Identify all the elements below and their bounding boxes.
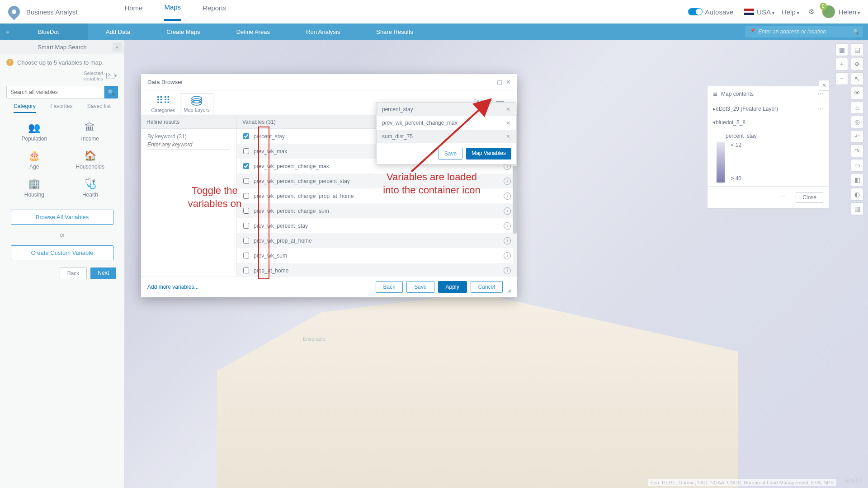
resize-handle-icon[interactable]: ◢ bbox=[507, 288, 511, 293]
map-contents-more-icon[interactable]: ⋯ bbox=[818, 91, 823, 97]
variable-checkbox[interactable] bbox=[243, 267, 249, 273]
category-item[interactable]: 🎂Age bbox=[6, 150, 62, 170]
redo-icon[interactable]: ↷ bbox=[851, 145, 863, 157]
ribbon-define-areas[interactable]: Define Areas bbox=[218, 28, 288, 35]
gear-icon[interactable]: ⚙ bbox=[808, 8, 814, 16]
map-contents-close-icon[interactable]: ✕ bbox=[819, 80, 830, 91]
map-contents-more-icon[interactable]: ⋯ bbox=[776, 187, 790, 206]
map-contents-close-button[interactable]: Close bbox=[796, 192, 823, 203]
variable-checkbox[interactable] bbox=[243, 163, 249, 169]
category-item[interactable]: 🏢Housing bbox=[6, 178, 62, 198]
popover-save-button[interactable]: Save bbox=[439, 148, 462, 160]
home-icon[interactable]: ⌂ bbox=[851, 101, 863, 114]
tool-c-icon[interactable]: ◐ bbox=[851, 188, 863, 201]
layer-row[interactable]: ▸ eDot3_29 (Feature Layer)⋯ bbox=[708, 102, 829, 116]
variable-row[interactable]: prev_wk_percent_stayi bbox=[237, 218, 517, 233]
ribbon-share-results[interactable]: Share Results bbox=[358, 28, 431, 35]
variable-checkbox[interactable] bbox=[243, 208, 249, 214]
remove-icon[interactable]: ✕ bbox=[506, 120, 510, 126]
autosave-toggle[interactable] bbox=[688, 8, 703, 15]
category-item[interactable]: 🩺Health bbox=[62, 178, 118, 198]
variable-row[interactable]: prev_wk_prop_at_homei bbox=[237, 233, 517, 248]
info-icon[interactable]: i bbox=[504, 207, 511, 215]
category-item[interactable]: 🏠Households bbox=[62, 150, 118, 170]
layer-row[interactable]: ▾ bluedot_5_8 bbox=[708, 116, 829, 129]
create-custom-button[interactable]: Create Custom Variable bbox=[11, 245, 113, 260]
ribbon-create-maps[interactable]: Create Maps bbox=[148, 28, 218, 35]
nav-home[interactable]: Home bbox=[124, 4, 142, 20]
selected-variables-indicator[interactable]: Selected variables ▾ bbox=[0, 70, 124, 84]
variable-row[interactable]: prev_wk_percent_change_sumi bbox=[237, 203, 517, 218]
layers-icon[interactable]: ▤ bbox=[851, 43, 863, 56]
panel-next-button[interactable]: Next bbox=[90, 267, 116, 279]
zoom-out-icon[interactable]: － bbox=[835, 72, 848, 85]
variable-checkbox[interactable] bbox=[243, 238, 249, 244]
tab-map-layers[interactable]: Map Layers bbox=[180, 93, 213, 115]
ribbon-run-analysis[interactable]: Run Analysis bbox=[288, 28, 358, 35]
pointer-icon[interactable]: ↖ bbox=[851, 72, 863, 85]
tab-saved-list[interactable]: Saved list bbox=[87, 103, 111, 113]
undo-icon[interactable]: ↶ bbox=[851, 130, 863, 143]
info-icon[interactable]: i bbox=[504, 252, 511, 259]
tool-a-icon[interactable]: ▭ bbox=[851, 159, 863, 172]
category-item[interactable]: 🏛Income bbox=[62, 122, 118, 142]
variable-row[interactable]: prev_wk_percent_change_prop_at_homei bbox=[237, 188, 517, 203]
help-dropdown[interactable]: Help bbox=[782, 8, 799, 16]
modal-cancel-button[interactable]: Cancel bbox=[471, 281, 503, 293]
variable-checkbox[interactable] bbox=[243, 133, 249, 139]
hamburger-icon[interactable]: ≡ bbox=[0, 23, 15, 40]
tab-categories[interactable]: ⠿⠿ Categories bbox=[146, 94, 180, 115]
address-search[interactable]: 📍 Enter an address or location 🔍 bbox=[745, 26, 863, 38]
zoom-in-icon[interactable]: ＋ bbox=[835, 58, 848, 70]
variable-search-input[interactable] bbox=[6, 86, 104, 99]
scrollbar-thumb[interactable] bbox=[513, 166, 517, 234]
variable-name: prev_wk_prop_at_home bbox=[254, 238, 312, 244]
locate-icon[interactable]: ◎ bbox=[851, 116, 863, 128]
ribbon-add-data[interactable]: Add Data bbox=[88, 28, 148, 35]
nav-reports[interactable]: Reports bbox=[203, 4, 226, 20]
project-title[interactable]: BlueDot bbox=[15, 23, 88, 40]
collapse-panel-icon[interactable]: « bbox=[113, 42, 122, 52]
close-icon[interactable]: ✕ bbox=[506, 79, 511, 85]
layer-more-icon[interactable]: ⋯ bbox=[818, 106, 823, 112]
keyword-input[interactable] bbox=[147, 140, 230, 150]
browse-all-button[interactable]: Browse All Variables bbox=[11, 210, 113, 225]
variable-checkbox[interactable] bbox=[243, 178, 249, 184]
info-icon[interactable]: i bbox=[504, 178, 511, 185]
legend-max: > 40 bbox=[731, 175, 741, 182]
user-avatar[interactable] bbox=[822, 5, 835, 18]
variable-checkbox[interactable] bbox=[243, 148, 249, 154]
remove-icon[interactable]: ✕ bbox=[506, 106, 510, 113]
search-icon[interactable]: 🔍 bbox=[852, 28, 859, 35]
nav-maps[interactable]: Maps bbox=[164, 3, 181, 21]
category-item[interactable]: 👥Population bbox=[6, 122, 62, 142]
basemap-icon[interactable]: ▦ bbox=[835, 43, 848, 56]
modal-apply-button[interactable]: Apply bbox=[438, 281, 467, 293]
variable-checkbox[interactable] bbox=[243, 223, 249, 229]
variable-search-button[interactable]: 🔍 bbox=[104, 86, 118, 99]
popover-map-button[interactable]: Map Variables bbox=[466, 148, 511, 160]
modal-back-button[interactable]: Back bbox=[376, 281, 403, 293]
add-more-link[interactable]: Add more variables... bbox=[147, 284, 198, 290]
info-icon[interactable]: i bbox=[504, 237, 511, 244]
variable-checkbox[interactable] bbox=[243, 253, 249, 258]
variable-row[interactable]: prev_wk_sumi bbox=[237, 248, 517, 263]
info-icon[interactable]: i bbox=[504, 192, 511, 200]
remove-icon[interactable]: ✕ bbox=[506, 133, 510, 140]
variable-row[interactable]: prev_wk_percent_change_percent_stayi bbox=[237, 174, 517, 188]
move-icon[interactable]: ✥ bbox=[851, 58, 863, 70]
panel-back-button[interactable]: Back bbox=[60, 267, 87, 279]
region-dropdown[interactable]: USA bbox=[757, 8, 774, 16]
pan-icon[interactable]: 👁 bbox=[851, 87, 863, 99]
maximize-icon[interactable]: ▢ bbox=[497, 79, 502, 85]
user-menu[interactable]: Helen bbox=[839, 8, 860, 16]
tab-category[interactable]: Category bbox=[14, 103, 36, 113]
info-icon[interactable]: i bbox=[504, 222, 511, 230]
variable-row[interactable]: prop_at_homei bbox=[237, 263, 517, 276]
variable-checkbox[interactable] bbox=[243, 193, 249, 199]
tool-d-icon[interactable]: ▦ bbox=[851, 202, 863, 215]
modal-save-button[interactable]: Save bbox=[406, 281, 434, 293]
tool-b-icon[interactable]: ◧ bbox=[851, 174, 863, 186]
info-icon[interactable]: i bbox=[504, 267, 511, 274]
tab-favorites[interactable]: Favorites bbox=[50, 103, 72, 113]
